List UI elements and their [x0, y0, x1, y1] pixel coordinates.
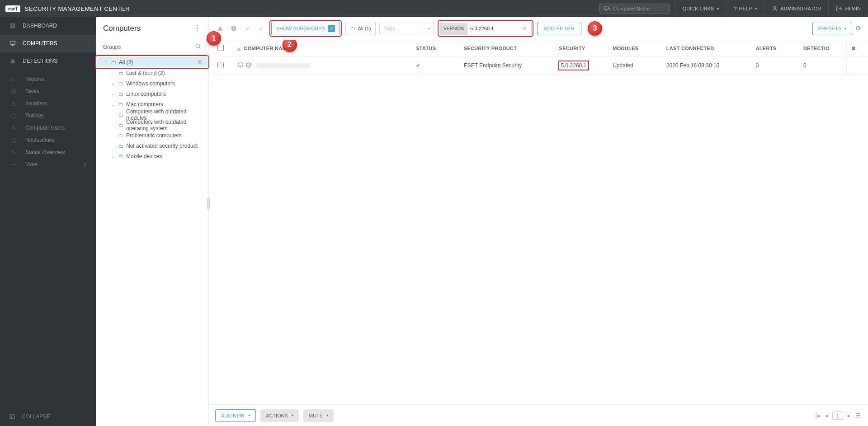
tree-node-outdated-os[interactable]: 🗀 Computers with outdated operating syst… [96, 120, 208, 130]
chevron-down-icon: ▾ [248, 413, 250, 417]
col-computer-name[interactable]: △ COMPUTER NAME 2 [233, 40, 411, 57]
nav-installers[interactable]: Installers [0, 97, 96, 109]
svg-rect-19 [10, 415, 15, 418]
version-filter-input[interactable] [470, 26, 520, 31]
cell-product: ESET Endpoint Security [459, 57, 555, 75]
svg-point-3 [774, 6, 776, 9]
dynamic-group-icon: 🗀 [118, 112, 123, 117]
gear-icon[interactable]: ⚙ [198, 59, 202, 65]
col-security-product[interactable]: SECURITY PRODUCT [459, 40, 555, 57]
quick-links-menu[interactable]: QUICK LINKS▾ [675, 0, 726, 17]
dots-icon: ⋯ [10, 161, 17, 168]
col-modules[interactable]: MODULES [608, 40, 662, 57]
nav-computer-users[interactable]: Computer Users [0, 122, 96, 134]
add-new-button[interactable]: ADD NEW ▾ [215, 409, 256, 422]
pulse-icon [10, 149, 17, 156]
play-icon [10, 88, 17, 95]
dynamic-group-icon: 🗀 [118, 154, 123, 159]
table-row[interactable]: ✔ ESET Endpoint Security 5.0.2260.1 Upda… [209, 57, 868, 75]
cell-status: ✔ [411, 57, 459, 75]
mute-button[interactable]: MUTE ▾ [303, 409, 334, 422]
computer-search-input[interactable] [613, 6, 665, 11]
bell-icon [10, 136, 17, 144]
main-content: ✓ ○ SHOW SUBGROUPS ✓ 🗀 All (1) ▾ VERSION… [209, 17, 868, 426]
alert-icon [9, 57, 16, 65]
computer-search-box[interactable]: ▾ [599, 4, 670, 14]
col-last-connected[interactable]: LAST CONNECTED [662, 40, 751, 57]
help-menu[interactable]: ? HELP▾ [726, 0, 764, 17]
status-ok-icon: ✔ [416, 62, 420, 69]
nav-notifications[interactable]: Notifications [0, 134, 96, 146]
refresh-icon[interactable]: ⟳ [856, 24, 862, 33]
folder-icon: 🗀 [350, 26, 355, 31]
nav-status-overview[interactable]: Status Overview [0, 146, 96, 158]
tags-filter[interactable]: ▾ [379, 22, 434, 35]
actions-button[interactable]: ACTIONS ▾ [260, 409, 299, 422]
tree-node-not-activated[interactable]: 🗀 Not activated security product [96, 140, 208, 151]
brand-title: SECURITY MANAGEMENT CENTER [25, 5, 130, 12]
filter-ok-icon[interactable]: ✓ [242, 23, 252, 33]
pager-page-number[interactable]: 1 [832, 412, 843, 420]
col-alerts[interactable]: ALERTS [751, 40, 799, 57]
chevron-down-icon[interactable]: ▾ [424, 23, 434, 34]
clear-filter-icon[interactable]: × [523, 25, 526, 32]
tree-node-lost-found[interactable]: 🗀 Lost & found (2) [96, 68, 208, 78]
session-time[interactable]: >9 MIN [828, 0, 868, 17]
filter-unmanaged-icon[interactable]: ○ [256, 23, 266, 33]
chevron-right-icon: ❯ [83, 162, 87, 167]
panel-menu-button[interactable]: ⋮ [193, 23, 201, 33]
presets-button[interactable]: PRESETS ▾ [812, 22, 852, 35]
search-icon[interactable] [195, 43, 201, 51]
svg-rect-9 [10, 41, 15, 44]
pager-first-icon[interactable]: |◂ [815, 412, 821, 419]
chevron-down-icon: ▾ [717, 7, 719, 11]
bottom-bar: ADD NEW ▾ ACTIONS ▾ MUTE ▾ |◂ ◂ 1 ▸ ☰ [209, 404, 868, 426]
col-detections[interactable]: DETECTIO [799, 40, 846, 57]
nav-policies[interactable]: Policies [0, 109, 96, 122]
pager-next-icon[interactable]: ▸ [847, 412, 851, 419]
svg-point-18 [13, 126, 15, 128]
nav-detections[interactable]: DETECTIONS [0, 52, 96, 70]
version-filter[interactable]: VERSION × [439, 22, 531, 35]
column-settings-button[interactable]: ⚙ [846, 40, 868, 57]
col-security-version[interactable]: SECURITY [555, 40, 609, 57]
computers-table-wrap: △ COMPUTER NAME 2 STATUS SECURITY PRODUC… [209, 40, 868, 404]
groups-panel: Computers ⋮ 1 Groups ⌃ 🗀 All (2) ⚙ 🗀 Los… [96, 17, 209, 426]
left-sidebar: DASHBOARD COMPUTERS DETECTIONS Reports T… [0, 17, 96, 426]
svg-rect-25 [233, 29, 234, 30]
svg-marker-16 [13, 90, 14, 92]
brand: eseT SECURITY MANAGEMENT CENTER [0, 5, 135, 12]
all-filter-chip[interactable]: 🗀 All (1) [345, 22, 376, 35]
nav-dashboard[interactable]: DASHBOARD [0, 17, 96, 35]
tree-node-all[interactable]: ⌃ 🗀 All (2) ⚙ [97, 57, 208, 67]
svg-rect-8 [13, 26, 15, 28]
filter-error-icon[interactable] [229, 23, 239, 33]
tags-input[interactable] [384, 26, 420, 31]
nav-more[interactable]: ⋯ More ❯ [0, 158, 96, 170]
chevron-down-icon: ⌄ [111, 81, 116, 86]
pager-prev-icon[interactable]: ◂ [824, 412, 829, 419]
select-all-checkbox[interactable] [217, 45, 224, 51]
show-subgroups-toggle[interactable]: SHOW SUBGROUPS ✓ [271, 22, 340, 35]
pager-size-icon[interactable]: ☰ [855, 412, 862, 419]
dashboard-icon [9, 22, 16, 29]
user-menu[interactable]: ADMINISTRATOR [764, 0, 828, 17]
svg-rect-5 [10, 23, 13, 26]
dynamic-group-icon: 🗀 [118, 102, 123, 107]
computers-table: △ COMPUTER NAME 2 STATUS SECURITY PRODUC… [209, 40, 868, 75]
chart-icon [10, 75, 17, 83]
row-checkbox[interactable] [217, 62, 224, 68]
col-status[interactable]: STATUS [411, 40, 459, 57]
collapse-sidebar[interactable]: COLLAPSE [0, 407, 96, 426]
svg-rect-7 [10, 26, 13, 28]
nav-tasks[interactable]: Tasks [0, 85, 96, 97]
add-filter-button[interactable]: ADD FILTER [537, 22, 581, 35]
nav-reports[interactable]: Reports [0, 73, 96, 85]
tree-node-windows[interactable]: ⌄ 🗀 Windows computers [96, 78, 208, 89]
tree-node-mobile[interactable]: ⌄ 🗀 Mobile devices [96, 151, 208, 161]
tree-node-problematic[interactable]: 🗀 Problematic computers [96, 130, 208, 140]
nav-computers[interactable]: COMPUTERS [0, 35, 96, 52]
tree-node-linux[interactable]: ⌄ 🗀 Linux computers [96, 89, 208, 99]
cell-modules: Updated [608, 57, 662, 75]
download-icon [10, 100, 17, 107]
